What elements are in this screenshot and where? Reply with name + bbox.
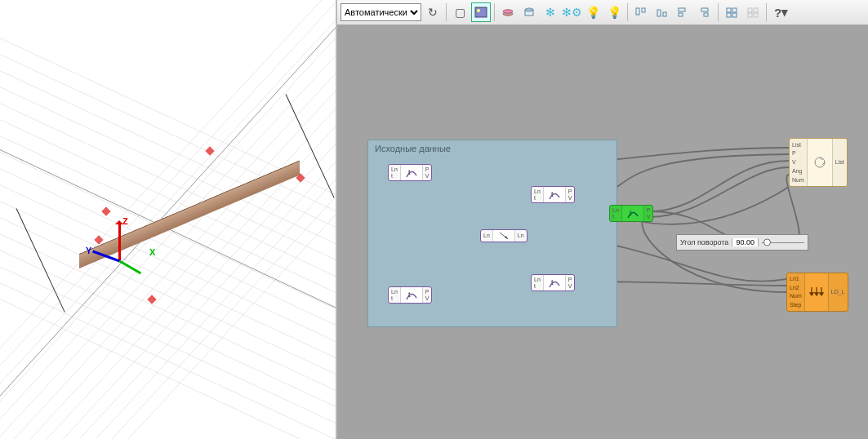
svg-rect-20 [748,13,752,17]
grid-large-icon[interactable] [722,2,741,22]
node-icon [493,230,514,242]
section-icon[interactable]: ▢ [450,2,470,22]
redo-icon[interactable]: ↻ [423,2,443,22]
align-left-icon[interactable] [674,2,693,22]
separator [446,3,447,21]
bulb-on-icon[interactable]: 💡 [604,2,624,22]
input-ports: List P V Ang Num [790,139,808,186]
svg-rect-13 [704,13,708,16]
svg-rect-15 [732,8,737,12]
input-ports: Ln [481,230,493,242]
node-canvas[interactable]: Исходные данные Ln t t P V Ln t t [337,25,868,439]
svg-rect-7 [642,8,645,12]
output-ports: P V [643,206,653,221]
curve-eval-node-active[interactable]: Ln t t P V [609,205,653,222]
slider-value[interactable]: 90.00 [732,238,759,246]
separator [718,3,719,21]
layers-icon[interactable] [498,2,518,22]
toolbar: Автоматически ↻ ▢ ✻ ✻⚙ 💡 💡 ?▾ [337,0,868,25]
node-editor-panel: Автоматически ↻ ▢ ✻ ✻⚙ 💡 💡 ?▾ [337,0,868,439]
input-ports: Ln t [610,206,622,221]
input-ports: Ln t [389,165,401,180]
line-node[interactable]: Ln Ln [480,229,527,242]
output-ports: P V [422,287,432,303]
align-bottom-icon[interactable] [652,2,672,22]
svg-point-3 [503,10,513,13]
transform-list-node[interactable]: List P V Ang Num List [789,138,848,187]
node-icon: t [401,287,422,303]
svg-marker-33 [810,293,813,295]
svg-rect-5 [525,10,533,16]
database-icon[interactable] [519,2,539,22]
output-ports: P V [422,165,432,180]
bulb-off-icon[interactable]: 💡 [583,2,603,22]
axis-x-line [119,260,141,275]
curve-eval-node[interactable]: Ln t t P V [531,274,575,291]
svg-marker-34 [815,293,818,295]
separator [766,3,767,21]
curve-eval-node[interactable]: Ln t t P V [388,286,432,304]
input-ports: Ln t [532,275,544,290]
snowflake-icon[interactable]: ✻ [541,2,560,22]
svg-rect-18 [748,8,752,12]
axis-gizmo[interactable]: Z Y X [86,216,159,290]
svg-point-29 [815,157,825,167]
svg-rect-14 [727,8,731,12]
input-ports: Ln t [389,287,401,303]
svg-rect-0 [475,7,487,17]
axis-x-label: X [149,247,155,257]
align-right-icon[interactable] [695,2,714,22]
node-icon [805,273,828,311]
slider-handle[interactable] [763,239,771,246]
output-ports: P V [565,275,575,290]
axis-y-line [92,251,120,263]
node-icon [808,139,832,186]
grid-small-icon[interactable] [743,2,763,22]
separator [627,3,628,21]
curve-eval-node[interactable]: Ln t t P V [531,186,575,203]
input-ports: Ln1 Ln2 Num Step [787,273,805,311]
svg-rect-16 [727,13,731,17]
axis-y-label: Y [86,246,91,255]
svg-marker-25 [505,236,508,239]
curve-eval-node[interactable]: Ln t t P V [388,164,432,181]
svg-rect-6 [636,8,639,15]
svg-rect-17 [732,13,737,17]
node-icon: t [622,206,643,221]
svg-rect-10 [679,8,685,11]
load-node[interactable]: Ln1 Ln2 Num Step LD_L [786,273,848,312]
separator [494,3,495,21]
svg-rect-8 [657,10,661,16]
slider-label: Угол поворота [677,238,732,246]
svg-rect-21 [754,13,758,17]
help-button[interactable]: ?▾ [770,2,792,22]
preview-icon[interactable] [471,2,491,22]
svg-rect-11 [679,13,683,16]
align-top-icon[interactable] [631,2,651,22]
output-ports: List [832,139,847,186]
svg-rect-12 [701,8,708,11]
svg-rect-19 [754,8,758,12]
svg-point-1 [477,9,480,12]
node-icon: t [544,275,565,290]
group-title: Исходные данные [375,144,451,153]
view-mode-select[interactable]: Автоматически [341,3,421,21]
svg-marker-35 [820,293,823,295]
slider-track[interactable] [759,235,808,250]
snowflake-gear-icon[interactable]: ✻⚙ [562,2,581,22]
output-ports: Ln [514,230,527,242]
output-ports: P V [565,187,575,202]
node-icon: t [544,187,565,202]
node-icon: t [401,165,422,180]
output-ports: LD_L [828,273,848,311]
svg-rect-9 [663,12,666,16]
viewport-3d[interactable]: Z Y X [0,0,337,439]
input-ports: Ln t [532,187,544,202]
rotation-angle-slider[interactable]: Угол поворота 90.00 [676,234,808,251]
axis-z-label: Z [122,216,128,226]
